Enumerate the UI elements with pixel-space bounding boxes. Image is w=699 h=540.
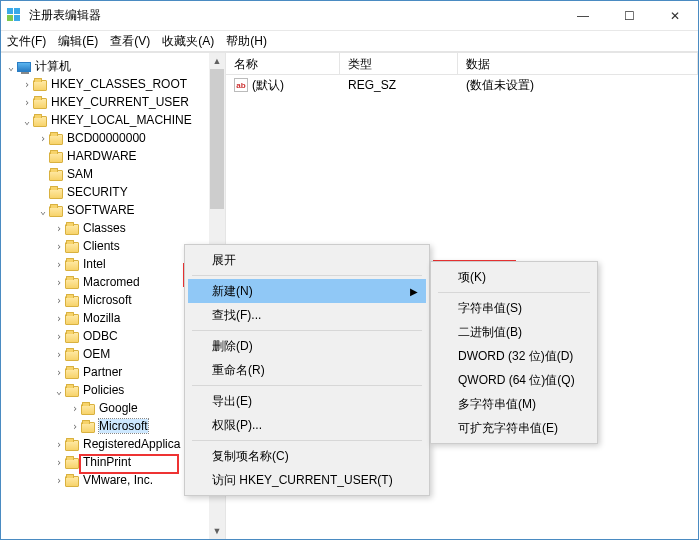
menu-item-qword位值q[interactable]: QWORD (64 位)值(Q) <box>434 368 594 392</box>
menu-item-权限p[interactable]: 权限(P)... <box>188 413 426 437</box>
menu-item-字符串值s[interactable]: 字符串值(S) <box>434 296 594 320</box>
minimize-button[interactable]: — <box>560 1 606 31</box>
folder-icon <box>65 260 79 271</box>
tree-item-label: HKEY_CURRENT_USER <box>51 95 189 109</box>
menu-view[interactable]: 查看(V) <box>110 33 150 50</box>
folder-icon <box>49 134 63 145</box>
tree-item-hkey-classes-root[interactable]: ›HKEY_CLASSES_ROOT <box>1 75 225 93</box>
tree-item-classes[interactable]: ›Classes <box>1 219 225 237</box>
expand-icon[interactable]: › <box>53 223 65 234</box>
expand-icon[interactable]: › <box>53 475 65 486</box>
tree-item-hkey-local-machine[interactable]: ⌄HKEY_LOCAL_MACHINE <box>1 111 225 129</box>
menu-item-展开[interactable]: 展开 <box>188 248 426 272</box>
value-type: REG_SZ <box>340 76 458 94</box>
expand-icon[interactable]: › <box>53 349 65 360</box>
collapse-icon[interactable]: ⌄ <box>21 115 33 126</box>
col-type[interactable]: 类型 <box>340 53 458 74</box>
menu-bar: 文件(F) 编辑(E) 查看(V) 收藏夹(A) 帮助(H) <box>1 31 698 51</box>
scroll-up-icon[interactable]: ▲ <box>209 53 225 69</box>
list-header: 名称 类型 数据 <box>226 53 698 75</box>
expand-icon[interactable]: › <box>53 277 65 288</box>
maximize-button[interactable]: ☐ <box>606 1 652 31</box>
tree-item-security[interactable]: ·SECURITY <box>1 183 225 201</box>
tree-item-label: HKEY_LOCAL_MACHINE <box>51 113 192 127</box>
context-menu: 展开新建(N)▶查找(F)...删除(D)重命名(R)导出(E)权限(P)...… <box>184 244 430 496</box>
menu-item-二进制值b[interactable]: 二进制值(B) <box>434 320 594 344</box>
computer-icon <box>17 62 31 72</box>
window-title: 注册表编辑器 <box>29 7 560 24</box>
folder-icon <box>65 296 79 307</box>
tree-item--[interactable]: ⌄计算机 <box>1 57 225 75</box>
menu-item-项k[interactable]: 项(K) <box>434 265 594 289</box>
expand-icon: · <box>37 151 49 162</box>
close-button[interactable]: ✕ <box>652 1 698 31</box>
scroll-down-icon[interactable]: ▼ <box>209 523 225 539</box>
menu-edit[interactable]: 编辑(E) <box>58 33 98 50</box>
menu-separator <box>438 292 590 293</box>
menu-favorites[interactable]: 收藏夹(A) <box>162 33 214 50</box>
menu-item-label: 多字符串值(M) <box>458 396 536 413</box>
expand-icon[interactable]: › <box>69 421 81 432</box>
tree-item-sam[interactable]: ·SAM <box>1 165 225 183</box>
tree-item-label: OEM <box>83 347 110 361</box>
expand-icon[interactable]: › <box>53 457 65 468</box>
tree-item-label: Policies <box>83 383 124 397</box>
tree-item-label: SAM <box>67 167 93 181</box>
menu-file[interactable]: 文件(F) <box>7 33 46 50</box>
folder-icon <box>49 188 63 199</box>
expand-icon[interactable]: › <box>53 241 65 252</box>
expand-icon[interactable]: › <box>53 313 65 324</box>
menu-item-删除d[interactable]: 删除(D) <box>188 334 426 358</box>
menu-separator <box>192 440 422 441</box>
expand-icon: · <box>37 169 49 180</box>
collapse-icon[interactable]: ⌄ <box>5 61 17 72</box>
expand-icon[interactable]: › <box>53 259 65 270</box>
tree-item-label: SOFTWARE <box>67 203 135 217</box>
collapse-icon[interactable]: ⌄ <box>37 205 49 216</box>
folder-icon <box>65 242 79 253</box>
menu-item-导出e[interactable]: 导出(E) <box>188 389 426 413</box>
menu-item-可扩充字符串值e[interactable]: 可扩充字符串值(E) <box>434 416 594 440</box>
expand-icon[interactable]: › <box>53 439 65 450</box>
menu-item-访问hkeycurrentusert[interactable]: 访问 HKEY_CURRENT_USER(T) <box>188 468 426 492</box>
expand-icon[interactable]: › <box>21 79 33 90</box>
folder-icon <box>65 368 79 379</box>
menu-separator <box>192 275 422 276</box>
folder-icon <box>65 386 79 397</box>
menu-separator <box>192 385 422 386</box>
tree-item-hardware[interactable]: ·HARDWARE <box>1 147 225 165</box>
menu-item-复制项名称c[interactable]: 复制项名称(C) <box>188 444 426 468</box>
expand-icon[interactable]: › <box>53 367 65 378</box>
col-name[interactable]: 名称 <box>226 53 340 74</box>
menu-item-label: QWORD (64 位)值(Q) <box>458 372 575 389</box>
menu-item-多字符串值m[interactable]: 多字符串值(M) <box>434 392 594 416</box>
tree-item-hkey-current-user[interactable]: ›HKEY_CURRENT_USER <box>1 93 225 111</box>
tree-item-label: Partner <box>83 365 122 379</box>
menu-item-重命名r[interactable]: 重命名(R) <box>188 358 426 382</box>
tree-item-bcd00000000[interactable]: ›BCD00000000 <box>1 129 225 147</box>
tree-item-label: BCD00000000 <box>67 131 146 145</box>
scroll-thumb[interactable] <box>210 69 224 209</box>
expand-icon[interactable]: › <box>53 331 65 342</box>
expand-icon[interactable]: › <box>53 295 65 306</box>
menu-item-dword位值d[interactable]: DWORD (32 位)值(D) <box>434 344 594 368</box>
menu-item-查找f[interactable]: 查找(F)... <box>188 303 426 327</box>
folder-icon <box>65 350 79 361</box>
menu-item-label: 展开 <box>212 252 236 269</box>
expand-icon[interactable]: › <box>69 403 81 414</box>
tree-item-label: VMware, Inc. <box>83 473 153 487</box>
menu-help[interactable]: 帮助(H) <box>226 33 267 50</box>
tree-item-software[interactable]: ⌄SOFTWARE <box>1 201 225 219</box>
menu-item-新建n[interactable]: 新建(N)▶ <box>188 279 426 303</box>
expand-icon[interactable]: › <box>21 97 33 108</box>
collapse-icon[interactable]: ⌄ <box>53 385 65 396</box>
tree-item-label: SECURITY <box>67 185 128 199</box>
list-row[interactable]: ab (默认) REG_SZ (数值未设置) <box>226 75 698 95</box>
folder-icon <box>65 278 79 289</box>
folder-icon <box>65 458 79 469</box>
menu-item-label: 删除(D) <box>212 338 253 355</box>
col-data[interactable]: 数据 <box>458 53 698 74</box>
value-name: (默认) <box>252 77 284 94</box>
menu-item-label: 复制项名称(C) <box>212 448 289 465</box>
expand-icon[interactable]: › <box>37 133 49 144</box>
